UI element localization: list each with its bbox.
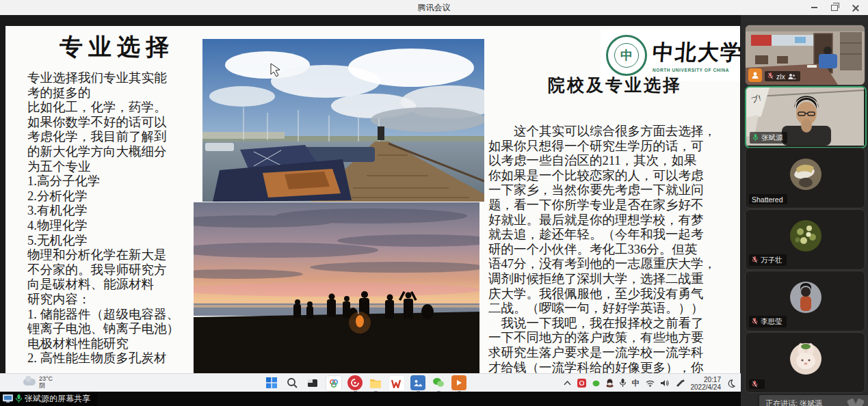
video-tile-zhangbinyuan[interactable]: ブ! 张斌源 — [745, 86, 867, 148]
avatar — [789, 342, 822, 378]
task-view-button[interactable] — [305, 375, 320, 390]
circles-app-icon[interactable] — [326, 375, 342, 392]
wechat-tray-icon[interactable] — [592, 380, 600, 387]
presentation-document: 专业选择 专业选择我们专业其实能 考的挺多的 比如化工，化学，药学。 如果你数学… — [5, 26, 740, 373]
search-button[interactable] — [285, 375, 300, 390]
slide-left-body-text: 专业选择我们专业其实能 考的挺多的 比如化工，化学，药学。 如果你数学不好的话可… — [27, 71, 211, 365]
video-tile-lisiying[interactable]: 李思莹 — [745, 271, 865, 331]
participant-sidebar: zlx ブ! 张斌源 — [741, 15, 868, 406]
video-tile-wanzizhuang[interactable]: 万子壮 — [745, 209, 865, 270]
share-status-bar: 张斌源的屏幕共享 — [0, 392, 741, 406]
university-name-en: NORTH UNIVERSITY OF CHINA — [653, 68, 740, 72]
participant-name: 万子壮 — [761, 256, 782, 265]
window-titlebar: 腾讯会议 — [0, 0, 868, 16]
weather-condition: 阴 — [39, 382, 53, 389]
close-button[interactable] — [845, 0, 865, 15]
music-app-icon[interactable] — [347, 375, 363, 390]
photos-app-icon[interactable] — [410, 375, 425, 390]
participant-name: Shattered — [752, 195, 783, 204]
video-tile-zlx[interactable]: zlx — [745, 25, 865, 85]
meeting-tray-icon[interactable] — [577, 379, 586, 388]
start-button[interactable] — [264, 375, 279, 390]
slide-left-title: 专业选择 — [26, 31, 208, 63]
participant-name: 李思莹 — [761, 317, 782, 327]
wps-office-icon[interactable] — [389, 375, 405, 392]
windows-taskbar: 23°C 阴 — [0, 373, 741, 392]
share-label: 张斌源的屏幕共享 — [25, 393, 90, 405]
muted-mic-icon — [752, 381, 758, 388]
clock-date: 2022/4/24 — [691, 383, 722, 391]
ime-indicator[interactable]: 中 — [632, 378, 640, 388]
slide-right-heading: 院校及专业选择 — [488, 74, 740, 96]
window-title: 腾讯会议 — [0, 2, 868, 14]
room-video-feed — [746, 25, 865, 85]
slide-right-body-text: 这个其实可以综合很多方面去选择， 如果你只想得一个研究生学历的话，可 以考虑一些… — [488, 124, 740, 373]
wifi-icon[interactable] — [646, 380, 655, 387]
video-tile-6[interactable] — [745, 332, 865, 393]
share-mic-icon — [16, 394, 22, 403]
minimize-button[interactable] — [804, 0, 824, 15]
file-explorer-icon[interactable] — [368, 375, 383, 390]
tray-chevron-up-icon[interactable] — [564, 381, 571, 385]
clock-time: 20:17 — [691, 376, 722, 383]
avatar — [789, 158, 822, 193]
speaking-toast: 正在讲话: 张斌源 — [759, 395, 868, 406]
muted-mic-icon — [752, 318, 758, 325]
video-tile-shattered[interactable]: Shattered — [745, 148, 865, 208]
window-controls — [804, 0, 865, 15]
shared-screen-area: 专业选择 专业选择我们专业其实能 考的挺多的 比如化工，化学，药学。 如果你数学… — [0, 15, 741, 406]
restore-button[interactable] — [824, 0, 845, 15]
muted-mic-icon — [767, 72, 774, 80]
weather-temp: 23°C — [39, 375, 53, 382]
muted-mic-icon — [752, 256, 758, 264]
screen-share-pill[interactable]: 张斌源的屏幕共享 — [0, 392, 97, 406]
weather-cloud-icon — [23, 379, 36, 385]
participant-name: zlx — [776, 72, 785, 81]
monitor-icon — [3, 394, 13, 403]
taskbar-clock[interactable]: 20:17 2022/4/24 — [691, 376, 722, 391]
group-icon — [788, 73, 796, 80]
speaking-mic-icon — [752, 134, 759, 141]
university-name-cn: 中北大学 — [652, 38, 740, 67]
system-tray: 中 20:17 2022/4/24 — [564, 374, 736, 392]
pen-icon[interactable] — [676, 379, 685, 388]
reaction-icons — [848, 399, 866, 406]
participant-name: 张斌源 — [761, 133, 783, 143]
taskbar-app-icons — [264, 375, 466, 392]
weather-widget[interactable]: 23°C 阴 — [23, 375, 53, 389]
speaking-toast-text: 正在讲话: 张斌源 — [765, 398, 822, 406]
moon-icon[interactable] — [727, 379, 735, 388]
sunset-beach-photo — [194, 202, 479, 373]
avatar — [789, 281, 822, 316]
avatar-chip — [748, 68, 762, 82]
university-emblem-icon: 中 — [606, 35, 647, 76]
video-app-icon[interactable] — [451, 375, 466, 390]
qq-tray-icon[interactable] — [606, 379, 614, 388]
marina-photo — [202, 39, 484, 202]
tencent-meeting-window: 腾讯会议 专业选择 专业选择我们专业其实能 考的挺多的 比如化工，化学，药学。 … — [0, 0, 868, 406]
avatar — [789, 219, 822, 255]
wechat-app-icon[interactable] — [431, 375, 446, 390]
microphone-tray-icon[interactable] — [620, 379, 626, 388]
volume-icon[interactable] — [661, 379, 670, 387]
